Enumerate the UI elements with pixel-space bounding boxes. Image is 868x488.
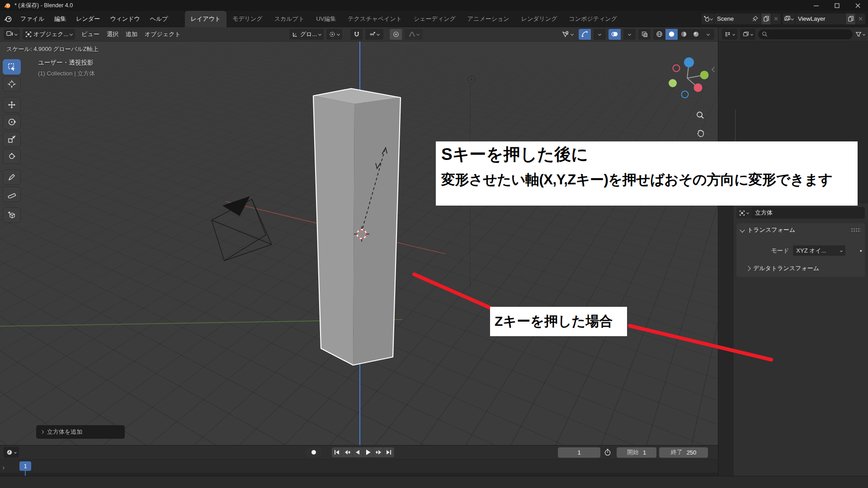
editor-type-button[interactable] [4, 29, 20, 40]
funnel-icon [855, 31, 862, 38]
snap-toggle[interactable] [350, 29, 363, 40]
search-icon [762, 31, 768, 37]
animate-dot[interactable]: ● [857, 249, 865, 253]
gizmos-toggle[interactable] [579, 29, 591, 40]
auto-keying-button[interactable] [306, 447, 322, 458]
rotation-mode-dropdown[interactable]: XYZ オイ... [793, 245, 845, 256]
gizmo-y-axis [700, 71, 709, 80]
current-frame-field[interactable]: 1 [558, 447, 600, 458]
pivot-point-selector[interactable] [326, 29, 342, 40]
viewlayer-remove-button[interactable] [855, 14, 865, 24]
minimize-button[interactable] [806, 0, 826, 11]
outliner-filter-images[interactable] [740, 29, 755, 40]
snap-settings-dropdown[interactable] [365, 29, 383, 40]
shading-dropdown[interactable] [702, 29, 714, 40]
breadcrumb-object-name[interactable]: 立方体 [751, 207, 865, 219]
measure-tool[interactable] [3, 187, 21, 202]
workspace-tab-1[interactable]: モデリング [226, 11, 269, 27]
gizmos-dropdown[interactable] [594, 29, 606, 40]
workspace-tab-6[interactable]: アニメーション [462, 11, 515, 27]
viewport-zoom-icon[interactable] [696, 111, 704, 119]
navigation-gizmo[interactable] [660, 49, 717, 108]
rotate-tool[interactable] [3, 114, 21, 130]
scene-browse-button[interactable] [702, 14, 714, 24]
main-menu-3[interactable]: ウィンドウ [105, 13, 145, 25]
blender-app-menu[interactable] [0, 15, 15, 23]
play-button[interactable] [363, 447, 373, 457]
viewport-menu-3[interactable]: オブジェクト [141, 28, 184, 40]
workspace-tab-0[interactable]: レイアウト [185, 11, 227, 27]
proportional-edit-toggle[interactable] [390, 29, 402, 40]
viewport-menu-0[interactable]: ビュー [78, 28, 103, 40]
workspace-tab-5[interactable]: シェーディング [408, 11, 462, 27]
select-box-tool[interactable] [3, 59, 21, 75]
shading-rendered-button[interactable] [690, 29, 702, 40]
main-menu-1[interactable]: 編集 [49, 13, 71, 25]
transform-tool[interactable] [3, 149, 21, 164]
viewport-pan-icon[interactable] [696, 129, 704, 137]
frame-end-field[interactable]: 終了250 [659, 447, 708, 458]
workspace-tabs: レイアウトモデリングスカルプトUV編集テクスチャペイントシェーディングアニメーシ… [185, 11, 623, 27]
viewport-menu-2[interactable]: 追加 [122, 28, 141, 40]
scale-tool[interactable] [3, 131, 21, 147]
mode-selector[interactable]: オブジェク... [23, 29, 75, 40]
xray-toggle[interactable] [638, 29, 651, 40]
scene-copy-button[interactable] [761, 14, 771, 24]
pin-icon[interactable] [752, 16, 758, 22]
timeline-editor-type-button[interactable] [4, 447, 19, 458]
viewlayer-browse-button[interactable] [783, 14, 795, 24]
workspace-tab-3[interactable]: UV編集 [310, 11, 342, 27]
overlays-toggle[interactable] [609, 29, 621, 40]
annotate-tool[interactable] [3, 169, 21, 185]
play-reverse-button[interactable] [353, 447, 363, 457]
workspace-tab-4[interactable]: テクスチャペイント [342, 11, 408, 27]
overlays-dropdown[interactable] [623, 29, 636, 40]
next-keyframe-button[interactable] [373, 447, 384, 457]
shading-wireframe-button[interactable] [653, 29, 665, 40]
outliner-search-input[interactable] [758, 29, 853, 39]
transform-orientation-selector[interactable]: グロ... [289, 29, 324, 40]
move-tool[interactable] [3, 97, 21, 113]
main-menu-0[interactable]: ファイル [15, 13, 49, 25]
main-menus: ファイル編集レンダーウィンドウヘルプ [15, 13, 173, 25]
shading-material-button[interactable] [678, 29, 690, 40]
add-cube-tool[interactable] [3, 207, 21, 223]
main-menu-2[interactable]: レンダー [71, 13, 105, 25]
scene-unlink-button[interactable] [771, 14, 781, 24]
viewport-3d[interactable]: オブジェク... ビュー選択追加オブジェクト グロ... [0, 27, 718, 445]
main-menu-4[interactable]: ヘルプ [145, 13, 173, 25]
jump-to-start-button[interactable] [332, 447, 342, 457]
viewlayer-copy-button[interactable] [845, 14, 855, 24]
current-frame-indicator[interactable]: 1 [19, 461, 31, 471]
mode-label: オブジェク... [33, 30, 68, 38]
proportional-falloff-dropdown[interactable] [405, 29, 423, 40]
timeline-ruler[interactable]: 1 [0, 459, 718, 473]
breadcrumb-object-icon[interactable] [736, 207, 751, 218]
shading-solid-button[interactable] [665, 29, 678, 40]
prev-keyframe-button[interactable] [342, 447, 353, 457]
workspace-tab-8[interactable]: コンポジティング [563, 11, 623, 27]
scene-name-field[interactable]: Scene [714, 14, 761, 24]
maximize-button[interactable] [826, 0, 847, 11]
sidebar-toggle-icon[interactable] [712, 66, 716, 73]
cursor-tool[interactable] [3, 76, 21, 92]
viewport-menu-1[interactable]: 選択 [103, 28, 122, 40]
stopwatch-icon[interactable] [604, 447, 611, 458]
jump-to-end-button[interactable] [384, 447, 394, 457]
delta-transform-panel[interactable]: デルタトランスフォーム [736, 261, 865, 277]
visibility-dropdown[interactable] [559, 29, 576, 40]
panel-drag-handle[interactable] [851, 228, 861, 232]
viewlayer-name-field[interactable]: ViewLayer [795, 14, 845, 24]
operator-redo-panel[interactable]: 立方体を追加 [36, 425, 125, 439]
viewport-header: オブジェク... ビュー選択追加オブジェクト グロ... [0, 27, 718, 42]
outliner-filter-dropdown[interactable] [855, 31, 865, 38]
close-button[interactable] [847, 0, 868, 11]
outliner-display-mode[interactable] [722, 29, 737, 40]
gizmo-y-neg [669, 79, 677, 87]
frame-start-field[interactable]: 開始1 [617, 447, 656, 458]
channel-expand-icon[interactable] [2, 464, 4, 470]
workspace-tab-2[interactable]: スカルプト [269, 11, 311, 27]
workspace-tab-7[interactable]: レンダリング [515, 11, 563, 27]
gizmo-x-neg [673, 65, 680, 72]
transform-panel-header[interactable]: トランスフォーム [736, 223, 865, 236]
